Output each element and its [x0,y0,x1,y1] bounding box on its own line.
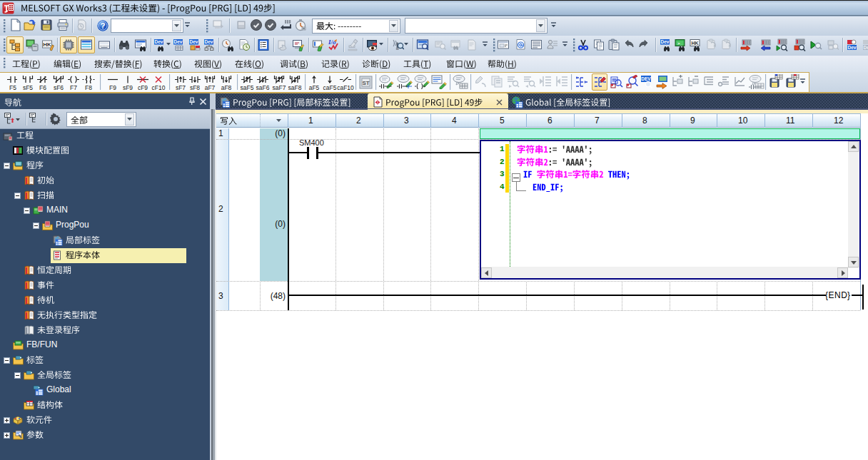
svg-text:Dev: Dev [848,45,857,50]
svg-text:Dev: Dev [155,39,163,44]
svg-text:Dev: Dev [205,39,213,44]
svg-text:ST: ST [362,80,369,86]
svg-text:HK: HK [43,41,51,48]
svg-text:DEV: DEV [641,76,651,81]
svg-text:?: ? [101,21,106,30]
svg-text:HK: HK [691,41,698,46]
svg-text:Dev: Dev [661,39,670,44]
svg-text:Dev: Dev [174,39,183,44]
svg-text:>_: >_ [677,41,683,46]
svg-text:I/o: I/o [328,39,336,46]
svg-text:Dev: Dev [864,45,868,50]
svg-text:Dev: Dev [190,39,198,44]
